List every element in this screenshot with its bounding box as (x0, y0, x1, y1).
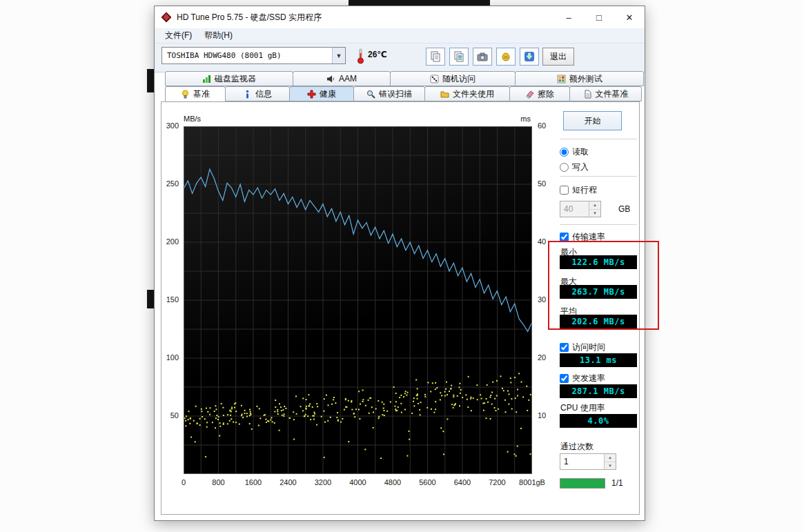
axis-tick: 50 (170, 411, 179, 420)
progress-bar (560, 478, 605, 489)
tab-random-access[interactable]: 随机访问 (390, 71, 516, 86)
axis-tick: 200 (166, 237, 179, 246)
extra-tests-icon (557, 75, 566, 83)
separator (560, 176, 637, 177)
spin-down-button[interactable]: ▼ (605, 462, 616, 470)
axis-tick: 4800 (384, 478, 401, 486)
axis-tick: 8001gB (519, 478, 545, 486)
axis-tick: 50 (538, 179, 546, 188)
transfer-rate-row[interactable]: 传输速率 (560, 231, 605, 243)
transfer-rate-checkbox[interactable] (560, 233, 569, 242)
access-time-label: 访问时间 (572, 342, 605, 353)
minimize-button[interactable]: – (553, 6, 584, 28)
avg-speed-display: 202.6 MB/s (560, 315, 637, 328)
min-speed-display: 122.6 MB/s (560, 255, 637, 269)
maximize-button[interactable]: □ (584, 6, 614, 28)
tab-label: 信息 (255, 88, 272, 100)
tab-folder-usage[interactable]: 文件夹使用 (424, 86, 510, 101)
axis-tick: 6400 (454, 478, 471, 486)
short-stroke-value: 40 (560, 201, 589, 217)
pass-count-value: 1 (560, 454, 604, 469)
spin-up-button[interactable]: ▲ (605, 454, 616, 462)
toolbar: TOSHIBA HDWG480 (8001 gB) ▼ 26℃ (155, 43, 645, 72)
tab-label: AAM (339, 74, 357, 83)
access-time-row[interactable]: 访问时间 (560, 342, 605, 353)
download-arrow-icon (524, 51, 535, 62)
start-button[interactable]: 开始 (563, 111, 622, 130)
axis-tick: 4000 (349, 478, 366, 486)
menu-file[interactable]: 文件(F) (159, 28, 198, 43)
tab-erase[interactable]: 擦除 (509, 86, 570, 101)
tab-label: 额外测试 (569, 73, 602, 85)
access-time-checkbox[interactable] (560, 343, 569, 352)
separator (560, 224, 637, 225)
short-stroke-checkbox[interactable] (560, 186, 569, 195)
tab-label: 随机访问 (442, 73, 475, 85)
tab-info[interactable]: 信息 (225, 86, 290, 101)
read-radio[interactable] (560, 148, 569, 157)
speaker-icon (326, 75, 335, 83)
drive-select-dropdown[interactable]: TOSHIBA HDWG480 (8001 gB) ▼ (161, 47, 346, 64)
tab-benchmark[interactable]: 基准 (165, 86, 226, 102)
spin-down-button[interactable]: ▼ (589, 210, 600, 217)
axis-tick: 100 (166, 353, 179, 362)
tab-label: 健康 (320, 88, 336, 100)
axis-tick: 30 (538, 295, 546, 304)
tab-aam[interactable]: AAM (293, 71, 391, 86)
hand-icon (500, 51, 511, 62)
write-label: 写入 (572, 161, 589, 173)
menu-bar: 文件(F) 帮助(H) (155, 28, 645, 43)
app-logo-icon (161, 12, 172, 23)
right-axis-unit: ms (520, 115, 531, 123)
copy-text-icon (430, 51, 441, 62)
window-title: HD Tune Pro 5.75 - 硬盘/SSD 实用程序 (177, 12, 322, 23)
tab-extra-tests[interactable]: 额外测试 (515, 71, 644, 86)
left-axis-unit: MB/s (184, 115, 201, 123)
desktop-artifact (147, 69, 154, 92)
axis-tick: 3200 (315, 478, 331, 486)
pass-count-input[interactable]: 1 ▲ ▼ (560, 453, 616, 470)
temperature-value: 26℃ (368, 50, 387, 59)
axis-tick: 250 (166, 179, 179, 188)
tab-disk-monitor[interactable]: 磁盘监视器 (165, 71, 293, 86)
write-radio-row[interactable]: 写入 (560, 161, 589, 173)
spin-up-button[interactable]: ▲ (589, 201, 600, 210)
menu-help[interactable]: 帮助(H) (198, 28, 239, 43)
tab-label: 擦除 (538, 88, 554, 100)
axis-tick: 5600 (419, 478, 435, 486)
gb-unit-label: GB (618, 204, 630, 214)
tab-health[interactable]: 健康 (289, 86, 354, 101)
close-button[interactable]: ✕ (614, 6, 645, 28)
donate-button[interactable] (496, 48, 516, 66)
health-cross-icon (307, 90, 316, 99)
tab-row-secondary: 磁盘监视器 AAM 随机访问 额外测试 (165, 71, 643, 86)
cpu-usage-label: CPU 使用率 (560, 402, 605, 414)
copy-image-icon (453, 51, 464, 62)
exit-button[interactable]: 退出 (542, 48, 574, 66)
progress-label: 1/1 (611, 478, 623, 488)
axis-tick: 800 (212, 478, 224, 486)
short-stroke-input[interactable]: 40 ▲ ▼ (560, 201, 601, 217)
tab-error-scan[interactable]: 错误扫描 (353, 86, 425, 101)
copy-image-button[interactable] (449, 48, 469, 66)
read-radio-row[interactable]: 读取 (560, 146, 589, 158)
short-stroke-row[interactable]: 短行程 (560, 184, 597, 196)
copy-text-button[interactable] (426, 48, 445, 66)
burst-rate-display: 287.1 MB/s (560, 384, 637, 398)
tab-file-benchmark[interactable]: 文件基准 (569, 86, 642, 101)
burst-rate-row[interactable]: 突发速率 (560, 373, 605, 384)
update-button[interactable] (520, 48, 539, 66)
chart-canvas (184, 126, 532, 474)
tab-label: 磁盘监视器 (215, 73, 256, 85)
axis-tick: 60 (538, 121, 546, 130)
burst-rate-checkbox[interactable] (560, 374, 569, 383)
pass-count-label: 通过次数 (560, 441, 594, 453)
access-time-display: 13.1 ms (560, 353, 637, 367)
magnifier-icon (366, 90, 375, 99)
write-radio[interactable] (560, 163, 569, 172)
desktop-artifact (147, 290, 154, 308)
folder-icon (440, 90, 449, 99)
axis-tick: 2400 (280, 478, 296, 486)
screenshot-button[interactable] (473, 48, 492, 66)
short-stroke-label: 短行程 (572, 184, 597, 196)
